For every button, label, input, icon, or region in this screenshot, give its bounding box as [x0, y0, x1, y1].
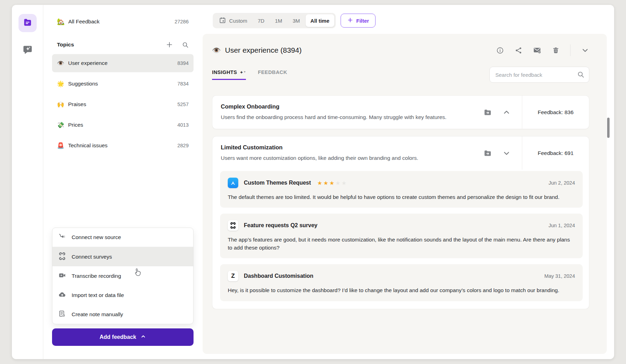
tab-insights-label: INSIGHTS [212, 69, 237, 75]
move-to-folder-icon[interactable] [483, 149, 492, 157]
note-add-icon [58, 310, 66, 319]
date-range-3m[interactable]: 3M [288, 14, 305, 27]
move-to-folder-icon[interactable] [483, 108, 492, 117]
rail-ai-chat-button[interactable] [19, 41, 37, 59]
sidebar-item-technical-issues[interactable]: 🚨 Technical issues 2829 [52, 136, 194, 155]
rail-feedback-library-button[interactable] [19, 14, 37, 32]
glowing-star-emoji-icon: 🌟 [57, 80, 65, 88]
sidebar-item-user-experience[interactable]: 👁️ User experience 8394 [52, 54, 194, 72]
chevron-down-icon[interactable] [502, 149, 511, 157]
date-range-7d[interactable]: 7D [253, 14, 269, 27]
eye-emoji-icon: 👁️ [57, 60, 65, 67]
sidebar-item-suggestions[interactable]: 🌟 Suggestions 7834 [52, 75, 194, 93]
tab-feedback[interactable]: FEEDBACK [258, 69, 287, 80]
menu-item-transcribe-recording[interactable]: Transcribe recording [52, 266, 193, 285]
menu-item-label: Import text or data file [72, 292, 124, 298]
menu-item-import-file[interactable]: Import text or data file [52, 285, 193, 305]
connector-icon [58, 233, 66, 242]
share-icon[interactable] [515, 46, 523, 54]
insight-feedback-count: Feedback: 691 [522, 136, 589, 170]
date-range-custom-label: Custom [229, 18, 247, 24]
add-feedback-label: Add feedback [100, 334, 136, 340]
feedback-search [489, 67, 589, 83]
calendar-icon [219, 17, 226, 25]
raising-hands-emoji-icon: 🙌 [57, 101, 65, 108]
zendesk-icon: Z [228, 271, 238, 281]
insights-list: Complex Onboarding Users find the onboar… [212, 95, 589, 309]
add-feedback-button[interactable]: Add feedback [52, 328, 194, 346]
feedback-title: Feature requests Q2 survey [244, 222, 318, 229]
insight-card-header[interactable]: Limited Customization Users want more cu… [212, 136, 589, 170]
sidebar: 🏡 All Feedback 27286 Topics 👁️ User expe… [43, 5, 203, 359]
menu-item-connect-new-source[interactable]: Connect new source [52, 228, 193, 247]
topic-label: Suggestions [68, 81, 98, 87]
sidebar-item-praises[interactable]: 🙌 Praises 5257 [52, 95, 194, 113]
nav-rail [12, 5, 43, 359]
topic-label: Technical issues [68, 142, 108, 149]
menu-item-label: Connect new source [72, 234, 121, 240]
money-wings-emoji-icon: 💸 [57, 121, 65, 129]
star-rating: ★★★★★ [317, 180, 347, 186]
divider [570, 44, 570, 56]
sidebar-item-all-feedback[interactable]: 🏡 All Feedback 27286 [52, 14, 194, 29]
sparkle-icon: ✦⁺ [240, 70, 246, 75]
feedback-body: The default themes are too limited. It w… [228, 193, 575, 201]
search-input[interactable] [489, 67, 589, 83]
feedback-body: Hey, is it possible to customize the das… [228, 287, 575, 294]
siren-emoji-icon: 🚨 [57, 142, 65, 149]
date-filter-bar: Custom 7D 1M 3M All time Filter [213, 13, 607, 28]
insight-description: Users find the onboarding process hard a… [221, 113, 465, 121]
date-range-all-time[interactable]: All time [306, 14, 334, 27]
topic-label: User experience [68, 60, 108, 66]
date-range-segmented-control: Custom 7D 1M 3M All time [213, 13, 336, 28]
house-emoji-icon: 🏡 [57, 18, 65, 25]
trash-icon[interactable] [552, 46, 560, 54]
menu-item-create-note[interactable]: Create note manually [52, 305, 193, 324]
page-title: 👁️ User experience (8394) [212, 46, 301, 54]
add-topic-button[interactable] [166, 41, 173, 48]
insight-feedback-count: Feedback: 836 [522, 96, 589, 129]
date-range-1m[interactable]: 1M [270, 14, 287, 27]
scrollbar-thumb[interactable] [607, 118, 610, 138]
video-camera-icon [58, 272, 66, 281]
topic-count: 4013 [177, 122, 189, 128]
date-range-custom[interactable]: Custom [214, 14, 252, 27]
chevron-up-icon[interactable] [502, 108, 511, 117]
cloud-upload-icon [58, 291, 66, 300]
sidebar-item-prices[interactable]: 💸 Prices 4013 [52, 116, 194, 134]
topics-title: Topics [57, 42, 74, 48]
filter-button[interactable]: Filter [341, 14, 376, 28]
topic-count: 5257 [177, 102, 189, 107]
collapse-chevron-down-icon[interactable] [581, 46, 589, 54]
typeform-icon [58, 252, 66, 261]
all-feedback-label: All Feedback [68, 18, 100, 25]
menu-item-label: Transcribe recording [72, 273, 121, 279]
menu-item-label: Create note manually [72, 311, 123, 318]
feedback-date: Jun 1, 2024 [548, 223, 575, 228]
feedback-date: May 31, 2024 [544, 273, 575, 279]
all-feedback-count: 27286 [175, 19, 189, 24]
info-icon[interactable] [496, 46, 504, 54]
search-topics-button[interactable] [182, 42, 189, 48]
tab-insights[interactable]: INSIGHTS ✦⁺ [212, 69, 246, 80]
app-window: 🏡 All Feedback 27286 Topics 👁️ User expe… [12, 5, 614, 359]
plus-icon [347, 17, 353, 24]
menu-item-connect-surveys[interactable]: Connect surveys [52, 247, 193, 266]
topic-count: 8394 [177, 60, 189, 66]
menu-item-label: Connect surveys [72, 254, 112, 260]
feedback-title: Dashboard Customisation [244, 273, 313, 279]
tabs-row: INSIGHTS ✦⁺ FEEDBACK [212, 67, 589, 83]
chat-sparkle-icon [22, 44, 33, 56]
topic-count: 2829 [177, 143, 189, 148]
search-icon [577, 71, 584, 80]
feedback-card-feature-requests[interactable]: Feature requests Q2 survey Jun 1, 2024 T… [220, 214, 583, 258]
mail-settings-icon[interactable] [533, 46, 541, 54]
feedback-card-dashboard-customisation[interactable]: Z Dashboard Customisation May 31, 2024 H… [220, 264, 583, 301]
insight-title: Complex Onboarding [221, 103, 480, 110]
feedback-body: The app’s features are good, but it need… [228, 236, 575, 252]
folder-icon [23, 18, 32, 28]
insight-card-complex-onboarding[interactable]: Complex Onboarding Users find the onboar… [212, 95, 589, 129]
feedback-title: Custom Themes Request [244, 180, 311, 186]
feedback-card-custom-themes[interactable]: Custom Themes Request ★★★★★ Jun 2, 2024 … [220, 171, 583, 208]
feedback-list: Custom Themes Request ★★★★★ Jun 2, 2024 … [212, 170, 589, 309]
